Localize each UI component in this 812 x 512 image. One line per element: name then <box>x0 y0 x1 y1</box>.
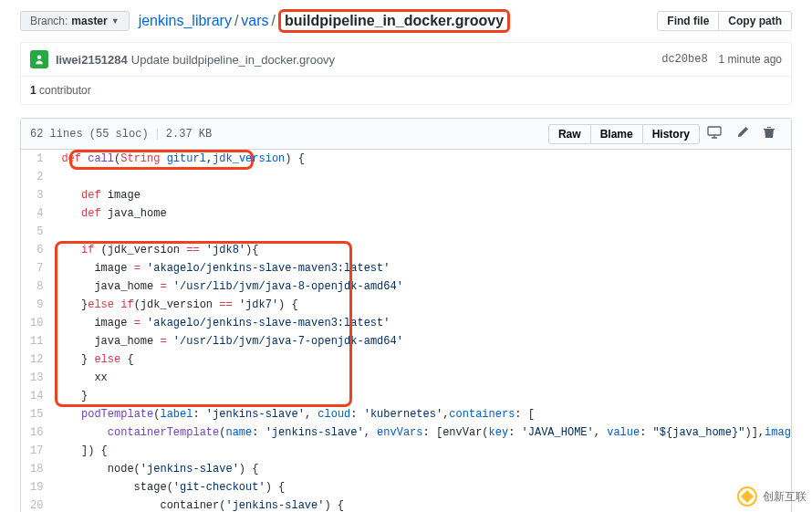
file-actions-group: Find file Copy path <box>657 11 792 31</box>
line-content[interactable]: java_home = '/usr/lib/jvm/java-8-openjdk… <box>52 277 791 296</box>
line-content[interactable]: image = 'akagelo/jenkins-slave-maven3:la… <box>52 259 791 277</box>
line-number[interactable]: 19 <box>21 478 52 496</box>
line-content[interactable]: if (jdk_version == 'jdk8'){ <box>52 241 791 259</box>
line-number[interactable]: 10 <box>21 314 52 332</box>
code-line[interactable]: 4 def java_home <box>21 204 791 223</box>
code-line[interactable]: 19 stage('git-checkout') { <box>21 478 791 496</box>
line-number[interactable]: 9 <box>21 296 52 314</box>
line-content[interactable]: xx <box>52 369 791 387</box>
line-number[interactable]: 13 <box>21 369 52 387</box>
line-number[interactable]: 3 <box>21 186 52 204</box>
code-line[interactable]: 17 ]) { <box>21 442 791 460</box>
line-content[interactable]: podTemplate(label: 'jenkins-slave', clou… <box>52 405 791 423</box>
line-content[interactable]: def java_home <box>52 204 791 223</box>
code-line[interactable]: 7 image = 'akagelo/jenkins-slave-maven3:… <box>21 259 791 277</box>
line-content[interactable]: }else if(jdk_version == 'jdk7') { <box>52 296 791 314</box>
code-line[interactable]: 6 if (jdk_version == 'jdk8'){ <box>21 241 791 259</box>
watermark-text: 创新互联 <box>763 489 807 505</box>
line-content[interactable]: def image <box>52 186 791 204</box>
line-number[interactable]: 15 <box>21 405 52 423</box>
line-number[interactable]: 16 <box>21 423 52 442</box>
watermark-logo-icon <box>737 486 757 507</box>
branch-selector[interactable]: Branch: master ▼ <box>20 11 130 31</box>
line-number[interactable]: 7 <box>21 259 52 277</box>
copy-path-button[interactable]: Copy path <box>718 11 792 31</box>
code-line[interactable]: 18 node('jenkins-slave') { <box>21 460 791 478</box>
line-content[interactable]: container('jenkins-slave') { <box>52 496 791 512</box>
line-content[interactable]: ]) { <box>52 442 791 460</box>
avatar <box>30 50 48 68</box>
watermark: 创新互联 <box>737 486 807 507</box>
find-file-button[interactable]: Find file <box>657 11 719 31</box>
code-line[interactable]: 9 }else if(jdk_version == 'jdk7') { <box>21 296 791 314</box>
code-line[interactable]: 11 java_home = '/usr/lib/jvm/java-7-open… <box>21 332 791 350</box>
trash-icon[interactable] <box>756 123 782 144</box>
line-number[interactable]: 17 <box>21 442 52 460</box>
code-line[interactable]: 20 container('jenkins-slave') { <box>21 496 791 512</box>
code-line[interactable]: 14 } <box>21 387 791 405</box>
code-line[interactable]: 1def call(String giturl,jdk_version) { <box>21 150 791 168</box>
line-number[interactable]: 8 <box>21 277 52 296</box>
code-line[interactable]: 3 def image <box>21 186 791 204</box>
code-table[interactable]: 1def call(String giturl,jdk_version) {23… <box>21 150 791 512</box>
code-area: 1def call(String giturl,jdk_version) {23… <box>21 150 791 512</box>
breadcrumb-root[interactable]: jenkins_library <box>139 13 232 29</box>
line-content[interactable]: } else { <box>52 350 791 369</box>
code-line[interactable]: 12 } else { <box>21 350 791 369</box>
line-number[interactable]: 5 <box>21 223 52 241</box>
commit-author[interactable]: liwei2151284 <box>56 53 128 67</box>
code-line[interactable]: 2 <box>21 168 791 186</box>
file-size: 2.37 KB <box>166 128 212 141</box>
line-number[interactable]: 20 <box>21 496 52 512</box>
code-line[interactable]: 15 podTemplate(label: 'jenkins-slave', c… <box>21 405 791 423</box>
line-number[interactable]: 11 <box>21 332 52 350</box>
line-content[interactable]: containerTemplate(name: 'jenkins-slave',… <box>52 423 791 442</box>
code-line[interactable]: 13 xx <box>21 369 791 387</box>
line-content[interactable] <box>52 223 791 241</box>
file-box: 62 lines (55 sloc) | 2.37 KB Raw Blame H… <box>20 118 792 512</box>
contributor-label: contributor <box>39 84 91 97</box>
desktop-icon[interactable] <box>700 123 729 144</box>
commit-time: 1 minute ago <box>719 53 782 66</box>
pencil-icon[interactable] <box>729 123 756 144</box>
divider: | <box>154 128 161 141</box>
line-content[interactable] <box>52 168 791 186</box>
separator: / <box>272 13 276 29</box>
commit-row: liwei2151284 Update buildpipeline_in_doc… <box>21 43 791 76</box>
file-toolbar: Raw Blame History <box>548 123 782 144</box>
history-button[interactable]: History <box>642 124 700 144</box>
line-number[interactable]: 18 <box>21 460 52 478</box>
highlight-filename: buildpipeline_in_docker.groovy <box>278 9 510 33</box>
commit-sha[interactable]: dc20be8 <box>661 53 707 66</box>
separator: / <box>234 13 238 29</box>
blame-button[interactable]: Blame <box>590 124 643 144</box>
branch-label: Branch: <box>30 15 68 27</box>
branch-name: master <box>71 15 107 27</box>
line-number[interactable]: 14 <box>21 387 52 405</box>
file-lines: 62 lines (55 sloc) <box>30 128 149 141</box>
contributors-row[interactable]: 1 contributor <box>21 76 791 104</box>
line-content[interactable]: stage('git-checkout') { <box>52 478 791 496</box>
line-number[interactable]: 6 <box>21 241 52 259</box>
commit-box: liwei2151284 Update buildpipeline_in_doc… <box>20 42 792 105</box>
caret-down-icon: ▼ <box>111 16 120 26</box>
line-content[interactable]: } <box>52 387 791 405</box>
person-icon <box>34 54 45 65</box>
line-content[interactable]: java_home = '/usr/lib/jvm/java-7-openjdk… <box>52 332 791 350</box>
code-line[interactable]: 5 <box>21 223 791 241</box>
line-number[interactable]: 2 <box>21 168 52 186</box>
svg-rect-0 <box>708 127 721 135</box>
line-content[interactable]: def call(String giturl,jdk_version) { <box>52 150 791 168</box>
line-content[interactable]: node('jenkins-slave') { <box>52 460 791 478</box>
line-number[interactable]: 4 <box>21 204 52 223</box>
breadcrumb-dir[interactable]: vars <box>241 13 268 29</box>
raw-button[interactable]: Raw <box>548 124 591 144</box>
code-line[interactable]: 8 java_home = '/usr/lib/jvm/java-8-openj… <box>21 277 791 296</box>
file-path-header: Branch: master ▼ jenkins_library / vars … <box>20 9 792 33</box>
line-number[interactable]: 1 <box>21 150 52 168</box>
code-line[interactable]: 10 image = 'akagelo/jenkins-slave-maven3… <box>21 314 791 332</box>
line-number[interactable]: 12 <box>21 350 52 369</box>
line-content[interactable]: image = 'akagelo/jenkins-slave-maven3:la… <box>52 314 791 332</box>
code-line[interactable]: 16 containerTemplate(name: 'jenkins-slav… <box>21 423 791 442</box>
commit-message[interactable]: Update buildpipeline_in_docker.groovy <box>131 53 335 67</box>
